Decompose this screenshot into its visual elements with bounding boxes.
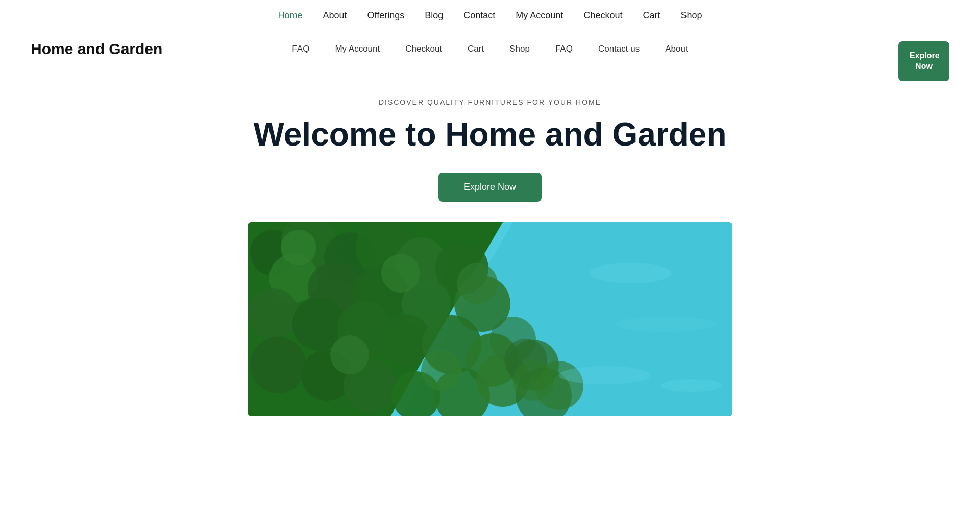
- svg-point-33: [421, 350, 462, 391]
- svg-point-20: [250, 337, 306, 393]
- svg-point-37: [590, 263, 671, 283]
- nav-checkout[interactable]: Checkout: [583, 10, 622, 21]
- sec-nav-faq-2[interactable]: FAQ: [555, 44, 573, 54]
- svg-point-30: [381, 254, 420, 293]
- nav-blog[interactable]: Blog: [425, 10, 443, 21]
- svg-point-31: [457, 263, 498, 304]
- secondary-nav: FAQ My Account Checkout Cart Shop FAQ Co…: [31, 36, 949, 62]
- svg-point-40: [661, 379, 722, 392]
- site-logo: Home and Garden: [31, 40, 162, 58]
- hero-image-inner: [248, 222, 732, 416]
- sec-nav-faq-1[interactable]: FAQ: [292, 44, 309, 54]
- hero-title: Welcome to Home and Garden: [10, 116, 970, 152]
- forest-svg: [248, 222, 732, 416]
- nav-about[interactable]: About: [323, 10, 347, 21]
- sec-nav-checkout[interactable]: Checkout: [405, 44, 442, 54]
- svg-point-38: [615, 317, 717, 332]
- explore-now-hero-button[interactable]: Explore Now: [438, 173, 542, 202]
- sec-nav-shop[interactable]: Shop: [509, 44, 530, 54]
- nav-home[interactable]: Home: [278, 10, 303, 21]
- nav-shop[interactable]: Shop: [680, 10, 702, 21]
- nav-contact[interactable]: Contact: [463, 10, 495, 21]
- hero-section: DISCOVER QUALITY FURNITURES FOR YOUR HOM…: [0, 67, 980, 437]
- svg-point-36: [513, 360, 554, 401]
- sec-nav-contact-us[interactable]: Contact us: [598, 44, 640, 54]
- nav-cart[interactable]: Cart: [643, 10, 660, 21]
- sec-nav-cart[interactable]: Cart: [468, 44, 484, 54]
- explore-now-corner-button[interactable]: Explore Now: [898, 41, 949, 81]
- hero-image: [248, 222, 732, 416]
- svg-point-32: [330, 335, 369, 374]
- top-nav: Home About Offerings Blog Contact My Acc…: [31, 0, 949, 31]
- nav-my-account[interactable]: My Account: [516, 10, 563, 21]
- sec-nav-about[interactable]: About: [665, 44, 688, 54]
- nav-offerings[interactable]: Offerings: [368, 10, 405, 21]
- hero-subtitle: DISCOVER QUALITY FURNITURES FOR YOUR HOM…: [10, 98, 970, 106]
- svg-point-39: [559, 366, 651, 384]
- sec-nav-my-account[interactable]: My Account: [335, 44, 380, 54]
- svg-point-14: [248, 288, 299, 340]
- svg-point-29: [281, 230, 316, 265]
- logo-row: Home and Garden FAQ My Account Checkout …: [31, 31, 949, 67]
